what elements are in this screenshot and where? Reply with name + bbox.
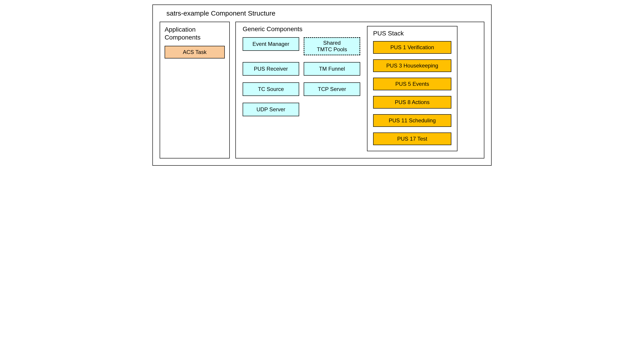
tm-funnel-label: TM Funnel bbox=[319, 66, 345, 72]
event-manager-label: Event Manager bbox=[252, 41, 290, 47]
pus-5-events-box: PUS 5 Events bbox=[373, 78, 451, 90]
component-structure-diagram: satrs-example Component Structure Applic… bbox=[152, 4, 492, 166]
udp-server-label: UDP Server bbox=[256, 106, 285, 113]
pus-receiver-label: PUS Receiver bbox=[254, 66, 288, 72]
pus-stack-title: PUS Stack bbox=[373, 30, 451, 37]
tcp-server-box: TCP Server bbox=[304, 82, 360, 96]
tcp-server-label: TCP Server bbox=[318, 86, 346, 92]
acs-task-box: ACS Task bbox=[164, 46, 225, 58]
pus-1-verification-box: PUS 1 Verification bbox=[373, 41, 451, 54]
event-manager-box: Event Manager bbox=[243, 37, 299, 51]
pus-8-actions-box: PUS 8 Actions bbox=[373, 96, 451, 109]
tc-source-label: TC Source bbox=[258, 86, 284, 92]
pus-3-housekeeping-box: PUS 3 Housekeeping bbox=[373, 59, 451, 72]
shared-tmtc-pools-label: Shared TMTC Pools bbox=[317, 40, 347, 53]
application-components-title: Application Components bbox=[164, 25, 225, 41]
pus-17-test-box: PUS 17 Test bbox=[373, 133, 451, 145]
pus-1-verification-label: PUS 1 Verification bbox=[390, 44, 434, 50]
udp-server-box: UDP Server bbox=[243, 103, 299, 116]
diagram-columns: Application Components ACS Task Generic … bbox=[160, 22, 484, 159]
generic-components-grid: Event Manager Shared TMTC Pools PUS Rece… bbox=[243, 37, 360, 116]
pus-stack-list: PUS 1 Verification PUS 3 Housekeeping PU… bbox=[373, 41, 451, 145]
shared-tmtc-pools-box: Shared TMTC Pools bbox=[304, 37, 360, 55]
pus-8-actions-label: PUS 8 Actions bbox=[395, 99, 430, 105]
pus-11-scheduling-box: PUS 11 Scheduling bbox=[373, 114, 451, 127]
pus-5-events-label: PUS 5 Events bbox=[395, 81, 429, 87]
generic-components-group: Generic Components Event Manager Shared … bbox=[236, 22, 484, 159]
pus-11-scheduling-label: PUS 11 Scheduling bbox=[389, 117, 436, 124]
pus-receiver-box: PUS Receiver bbox=[243, 62, 299, 76]
application-components-title-text: Application Components bbox=[164, 26, 200, 41]
pus-17-test-label: PUS 17 Test bbox=[397, 136, 427, 142]
application-components-group: Application Components ACS Task bbox=[160, 22, 230, 159]
pus-stack-group: PUS Stack PUS 1 Verification PUS 3 House… bbox=[367, 26, 458, 151]
pus-3-housekeeping-label: PUS 3 Housekeeping bbox=[386, 62, 438, 69]
tm-funnel-box: TM Funnel bbox=[304, 62, 360, 76]
generic-components-body: Event Manager Shared TMTC Pools PUS Rece… bbox=[243, 37, 480, 151]
tc-source-box: TC Source bbox=[243, 82, 299, 96]
acs-task-label: ACS Task bbox=[183, 49, 207, 55]
diagram-title: satrs-example Component Structure bbox=[160, 9, 484, 17]
